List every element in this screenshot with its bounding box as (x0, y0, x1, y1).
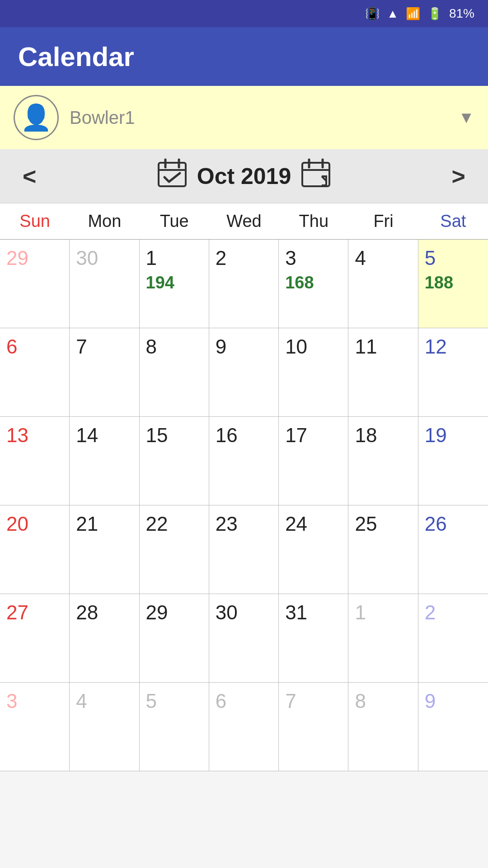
app-bar: Calendar (0, 27, 488, 86)
header-monday: Mon (70, 203, 139, 239)
week-row-2: 6789101112 (0, 328, 488, 417)
day-number: 4 (76, 690, 87, 712)
calendar-cell-4-1[interactable]: 28 (70, 594, 139, 682)
day-number: 10 (285, 335, 307, 358)
calendar-cell-1-2[interactable]: 8 (140, 328, 209, 416)
calendar-cell-3-1[interactable]: 21 (70, 505, 139, 594)
calendar-cell-2-4[interactable]: 17 (279, 417, 348, 505)
calendar-cell-0-0[interactable]: 29 (0, 240, 70, 328)
calendar-page-icon[interactable] (300, 157, 332, 195)
header-saturday: Sat (418, 203, 488, 239)
nav-center: Oct 2019 (156, 157, 332, 195)
prev-month-button[interactable]: < (14, 158, 45, 194)
day-number: 7 (76, 335, 87, 358)
calendar-cell-4-3[interactable]: 30 (209, 594, 279, 682)
calendar-cell-5-4[interactable]: 7 (279, 683, 348, 771)
calendar-cell-4-0[interactable]: 27 (0, 594, 70, 682)
day-number: 29 (146, 601, 168, 624)
calendar-cell-2-3[interactable]: 16 (209, 417, 279, 505)
day-number: 5 (146, 690, 157, 712)
calendar-cell-4-2[interactable]: 29 (140, 594, 209, 682)
calendar-cell-4-4[interactable]: 31 (279, 594, 348, 682)
calendar-cell-1-0[interactable]: 6 (0, 328, 70, 416)
calendar-cell-3-5[interactable]: 25 (348, 505, 418, 594)
day-number: 9 (216, 335, 226, 358)
calendar-weeks: 2930119423168451886789101112131415161718… (0, 240, 488, 771)
day-number: 31 (285, 601, 307, 624)
calendar-cell-0-2[interactable]: 1194 (140, 240, 209, 328)
day-score: 188 (425, 273, 453, 292)
day-number: 5 (425, 247, 436, 269)
day-number: 16 (216, 424, 238, 447)
calendar-cell-1-3[interactable]: 9 (209, 328, 279, 416)
week-row-3: 13141516171819 (0, 417, 488, 505)
calendar-cell-0-6[interactable]: 5188 (418, 240, 488, 328)
calendar-cell-0-5[interactable]: 4 (348, 240, 418, 328)
calendar-cell-2-2[interactable]: 15 (140, 417, 209, 505)
calendar-cell-2-0[interactable]: 13 (0, 417, 70, 505)
signal-icon: 📶 (406, 7, 420, 21)
calendar-cell-5-1[interactable]: 4 (70, 683, 139, 771)
day-number: 3 (6, 690, 17, 712)
wifi-icon: ▲ (387, 7, 399, 21)
calendar-cell-1-5[interactable]: 11 (348, 328, 418, 416)
day-number: 8 (355, 690, 366, 712)
header-wednesday: Wed (209, 203, 279, 239)
day-number: 17 (285, 424, 307, 447)
day-number: 25 (355, 513, 377, 535)
calendar-cell-5-6[interactable]: 9 (418, 683, 488, 771)
user-name: Bowler1 (70, 108, 447, 128)
calendar-cell-1-4[interactable]: 10 (279, 328, 348, 416)
week-row-4: 20212223242526 (0, 505, 488, 594)
calendar-cell-0-4[interactable]: 3168 (279, 240, 348, 328)
user-selector[interactable]: 👤 Bowler1 ▼ (0, 86, 488, 149)
day-number: 2 (216, 247, 226, 269)
day-number: 7 (285, 690, 296, 712)
calendar-cell-5-3[interactable]: 6 (209, 683, 279, 771)
next-month-button[interactable]: > (443, 158, 474, 194)
calendar-cell-4-6[interactable]: 2 (418, 594, 488, 682)
calendar-cell-0-1[interactable]: 30 (70, 240, 139, 328)
calendar-cell-3-2[interactable]: 22 (140, 505, 209, 594)
day-number: 9 (425, 690, 436, 712)
calendar-cell-5-2[interactable]: 5 (140, 683, 209, 771)
calendar-cell-0-3[interactable]: 2 (209, 240, 279, 328)
calendar-cell-1-6[interactable]: 12 (418, 328, 488, 416)
day-number: 14 (76, 424, 98, 447)
calendar-cell-3-0[interactable]: 20 (0, 505, 70, 594)
chevron-down-icon[interactable]: ▼ (458, 108, 474, 127)
day-number: 19 (425, 424, 447, 447)
day-score: 194 (146, 273, 174, 292)
calendar-cell-3-4[interactable]: 24 (279, 505, 348, 594)
calendar-cell-3-6[interactable]: 26 (418, 505, 488, 594)
calendar-cell-2-5[interactable]: 18 (348, 417, 418, 505)
day-score: 168 (285, 273, 314, 292)
day-number: 6 (6, 335, 17, 358)
calendar-cell-5-0[interactable]: 3 (0, 683, 70, 771)
week-row-6: 3456789 (0, 683, 488, 771)
header-friday: Fri (348, 203, 418, 239)
calendar-cell-3-3[interactable]: 23 (209, 505, 279, 594)
day-number: 29 (6, 247, 28, 269)
calendar-cell-1-1[interactable]: 7 (70, 328, 139, 416)
day-number: 3 (285, 247, 296, 269)
day-number: 24 (285, 513, 307, 535)
calendar-cell-5-5[interactable]: 8 (348, 683, 418, 771)
header-sunday: Sun (0, 203, 70, 239)
battery-icon: 🔋 (427, 7, 442, 21)
day-number: 1 (146, 247, 157, 269)
calendar-cell-4-5[interactable]: 1 (348, 594, 418, 682)
header-thursday: Thu (279, 203, 348, 239)
battery-percent: 81% (449, 6, 474, 21)
avatar: 👤 (14, 95, 59, 140)
status-bar: 📳 ▲ 📶 🔋 81% (0, 0, 488, 27)
day-number: 4 (355, 247, 366, 269)
calendar-cell-2-1[interactable]: 14 (70, 417, 139, 505)
day-number: 6 (216, 690, 226, 712)
calendar-grid: Sun Mon Tue Wed Thu Fri Sat 293011942316… (0, 203, 488, 771)
day-number: 22 (146, 513, 168, 535)
day-number: 11 (355, 335, 377, 358)
calendar-cell-2-6[interactable]: 19 (418, 417, 488, 505)
calendar-check-icon[interactable] (156, 157, 188, 195)
svg-rect-0 (159, 163, 186, 186)
